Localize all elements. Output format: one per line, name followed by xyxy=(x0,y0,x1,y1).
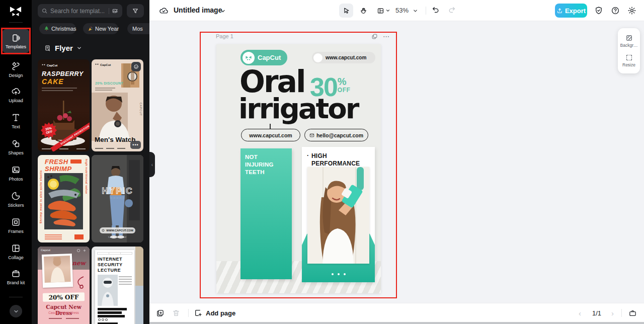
man-photo xyxy=(92,93,143,141)
prev-page-button[interactable]: ‹ xyxy=(579,303,581,322)
template-title: INTERNET xyxy=(98,257,122,262)
resize-label: Resize xyxy=(622,62,635,67)
vertical-label: CAPCUT xyxy=(139,103,142,116)
sidebar-item-collage[interactable]: Collage xyxy=(0,244,32,261)
face-swap-badge-icon[interactable] xyxy=(131,62,141,71)
window-edge xyxy=(149,322,644,324)
select-tool-button[interactable] xyxy=(339,4,353,18)
collapse-chevron: ‹ xyxy=(151,162,153,168)
export-label: Export xyxy=(565,7,586,15)
brand-kit-icon xyxy=(11,269,21,278)
sidebar-item-label: Stickers xyxy=(8,203,24,208)
sidebar-item-upload[interactable]: Upload xyxy=(0,87,32,104)
capcut-logo-icon xyxy=(243,52,255,64)
sidebar-item-label: Frames xyxy=(8,229,24,234)
card-right-text: PERFORMANCE xyxy=(311,160,360,168)
title-chevron-icon[interactable] xyxy=(220,8,226,14)
robot-photo xyxy=(98,275,118,306)
flyer-card-left[interactable]: NOT INJURING TEETH xyxy=(240,148,292,279)
flyer-brand-pill[interactable]: CapCut xyxy=(240,50,287,65)
top-toolbar: Untitled image 53% Export xyxy=(149,0,644,21)
template-brand: Capcut xyxy=(41,249,50,252)
present-button[interactable] xyxy=(628,303,637,322)
section-flyer[interactable]: Flyer xyxy=(44,44,82,52)
sidebar-item-text[interactable]: Text xyxy=(0,113,32,130)
search-box[interactable] xyxy=(38,4,122,18)
sidebar-item-label: Text xyxy=(12,124,20,130)
photo-card xyxy=(42,254,73,288)
section-label: Flyer xyxy=(55,44,73,52)
redo-button[interactable] xyxy=(447,6,456,15)
undo-button[interactable] xyxy=(431,6,440,15)
flyer-email-button[interactable]: hello@capcut.com xyxy=(304,129,368,141)
sidebar-item-brand-kit[interactable]: Brand kit xyxy=(0,269,32,286)
flyer-headline-2[interactable]: irrigator xyxy=(238,95,358,123)
duplicate-page-button[interactable] xyxy=(156,303,165,322)
templates-panel: Christmas New Year Mos Flyer CapCut RASP… xyxy=(32,0,149,324)
rail-divider xyxy=(9,22,23,23)
plus-icon xyxy=(83,249,87,253)
sidebar-item-label: Shapes xyxy=(8,150,24,156)
rail-more-button[interactable] xyxy=(10,305,22,317)
flyer-card-right[interactable]: · HIGH PERFORMANCE xyxy=(302,147,375,282)
bottom-divider xyxy=(188,309,189,317)
template-brand: CapCut xyxy=(47,64,57,67)
resize-icon xyxy=(625,54,633,61)
party-popper-icon xyxy=(88,26,93,31)
zoom-chevron-icon[interactable] xyxy=(413,8,418,14)
template-raspberry-cake[interactable]: CapCut RASPBERRY CAKE 35%OFF DISCOUNT PR… xyxy=(38,59,90,151)
layout-tool-button[interactable] xyxy=(373,4,393,18)
page-more-icon[interactable]: ⋯ xyxy=(383,33,390,40)
chip-christmas[interactable]: Christmas xyxy=(39,23,76,34)
template-title: HYPIC xyxy=(92,186,143,196)
help-icon[interactable] xyxy=(611,6,620,15)
document-title[interactable]: Untitled image xyxy=(174,6,222,14)
chip-new-year[interactable]: New Year xyxy=(83,23,118,34)
template-title: SECURITY xyxy=(98,262,123,267)
search-input[interactable] xyxy=(50,8,106,15)
shapes-icon xyxy=(11,139,21,148)
upload-icon xyxy=(11,87,21,96)
flyer-artboard[interactable]: CapCut www.capcut.com Oral 30 % OFF irri… xyxy=(216,44,381,293)
capcut-logo-icon xyxy=(42,63,45,67)
background-button[interactable]: Backgr… xyxy=(618,34,640,48)
sidebar-item-stickers[interactable]: Stickers xyxy=(0,191,32,208)
sidebar-item-shapes[interactable]: Shapes xyxy=(0,139,32,156)
sidebar-item-templates[interactable]: Templates xyxy=(2,29,30,53)
duplicate-page-icon[interactable] xyxy=(371,33,378,40)
toolbar-divider xyxy=(426,7,426,15)
flyer-website-button[interactable]: www.capcut.com xyxy=(241,129,300,141)
template-fresh-shrimp[interactable]: FRESH SHRIMP Shrimp meat is also quite e… xyxy=(38,155,90,242)
settings-gear-icon[interactable] xyxy=(627,6,636,15)
hand-tool-button[interactable] xyxy=(356,4,370,18)
template-mens-watch[interactable]: CapCut 20% DISCOUNT Men's Watch CAPCUT •… xyxy=(92,59,143,151)
image-search-icon[interactable] xyxy=(112,8,119,15)
sidebar-item-design[interactable]: Design xyxy=(0,61,32,78)
mail-icon xyxy=(309,133,314,138)
resize-button[interactable]: Resize xyxy=(618,54,640,67)
template-internet-security[interactable]: INTERNET SECURITY LECTURE xyxy=(92,247,143,324)
flyer-site-pill[interactable]: www.capcut.com xyxy=(312,52,375,63)
sidebar-item-label: Photos xyxy=(9,177,23,182)
vertical-label: high nutritional value xyxy=(85,159,88,194)
filter-button[interactable] xyxy=(127,4,144,18)
search-icon xyxy=(41,8,48,14)
zoom-level[interactable]: 53% xyxy=(395,7,409,14)
panel-collapse-handle[interactable]: ‹ xyxy=(149,152,155,177)
chip-most[interactable]: Mos xyxy=(127,23,149,34)
delete-page-button[interactable] xyxy=(172,303,180,322)
template-more-button[interactable]: ••• xyxy=(130,141,141,149)
sidebar-item-photos[interactable]: Photos xyxy=(0,165,32,182)
flyer-brand-label: CapCut xyxy=(258,54,281,61)
sidebar-item-frames[interactable]: Frames xyxy=(0,217,32,234)
flyer-icon xyxy=(44,45,51,52)
text-icon xyxy=(11,113,21,122)
next-page-button[interactable]: › xyxy=(611,303,614,322)
export-button[interactable]: Export xyxy=(555,4,587,18)
template-hypic[interactable]: HYPIC — — — — — WWW.CAPCUT.COM TAP TO SH… xyxy=(92,155,143,242)
template-title: RASPBERRY xyxy=(42,70,84,77)
add-page-button[interactable]: Add page xyxy=(194,303,235,322)
background-icon xyxy=(625,34,633,42)
template-capcut-new-dress[interactable]: Capcut new 20% OFF Capcut New Dress Casu… xyxy=(38,247,90,324)
safety-shield-icon[interactable] xyxy=(594,6,603,15)
